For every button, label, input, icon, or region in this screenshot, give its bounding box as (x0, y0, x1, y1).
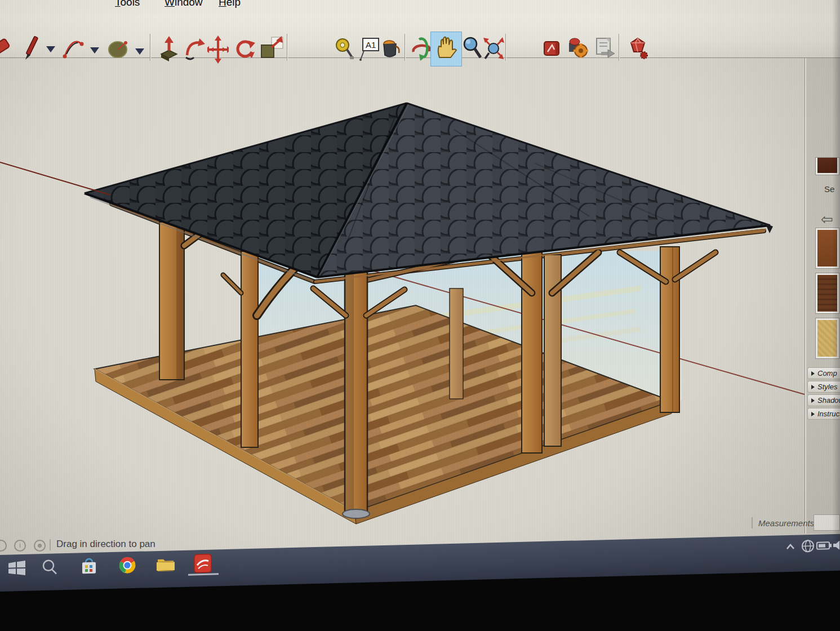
menu-bar: Tools Window Help (0, 0, 840, 15)
info-icon[interactable]: i (14, 540, 26, 552)
toolbar-separator (287, 34, 287, 61)
text-tool-icon[interactable]: A1 (358, 35, 381, 64)
toolbar-separator (405, 34, 405, 61)
avatar-icon[interactable]: ☻ (34, 540, 46, 552)
status-hint: Drag in direction to pan (56, 539, 155, 550)
zoom-tool-icon[interactable] (462, 35, 482, 64)
measurements-input[interactable] (814, 514, 840, 531)
tape-measure-icon[interactable] (334, 35, 354, 64)
active-app-indicator (188, 573, 219, 575)
zoom-extents-icon[interactable] (482, 35, 505, 64)
component-box-icon[interactable] (541, 35, 563, 64)
tray-tab-shadows[interactable]: Shadow (807, 394, 840, 406)
material-swatch-wood[interactable] (816, 228, 839, 268)
tray-tab-styles[interactable]: Styles (807, 381, 840, 393)
export-panel-icon[interactable] (593, 35, 616, 64)
eraser-icon[interactable] (0, 35, 11, 64)
material-swatch-sand[interactable] (816, 318, 839, 358)
back-arrow-icon[interactable]: ⇦ (821, 211, 833, 228)
measurements-separator (752, 517, 753, 528)
tray-tab-label: Styles (817, 383, 837, 391)
move-tool-icon[interactable] (207, 35, 229, 64)
tray-select-header: Se (824, 184, 834, 194)
shapes-tool-icon[interactable] (107, 35, 131, 64)
toolbar-separator (150, 34, 150, 61)
expand-arrow-icon (811, 412, 815, 416)
line-dropdown-icon[interactable] (45, 35, 56, 64)
toolbar-separator (505, 34, 506, 61)
tray-tab-label: Shadow (817, 396, 840, 405)
arc-tool-icon[interactable] (62, 35, 85, 64)
status-separator (50, 539, 51, 550)
shapes-dropdown-icon[interactable] (134, 35, 145, 64)
tray-panel: Se ⇦ Comp Styles Shadow Instruct (805, 57, 840, 534)
network-globe-icon[interactable] (800, 538, 816, 554)
taskbar-search-icon[interactable] (39, 557, 60, 577)
tray-tab-label: Instruct (817, 410, 840, 418)
viewport-3d[interactable] (0, 57, 840, 536)
start-button-icon[interactable] (7, 558, 27, 579)
svg-text:A1: A1 (366, 40, 376, 50)
paint-bucket-icon[interactable] (380, 35, 401, 64)
gem-tool-icon[interactable] (625, 35, 650, 64)
menu-tools[interactable]: Tools (115, 0, 140, 8)
measurements-label: Measurements (758, 518, 814, 528)
followme-tool-icon[interactable] (184, 35, 206, 64)
material-swatch-partial[interactable] (816, 158, 839, 175)
line-tool-icon[interactable] (21, 35, 42, 64)
tray-tab-components[interactable]: Comp (807, 367, 840, 379)
battery-icon[interactable] (816, 539, 833, 553)
orbit-tool-icon[interactable] (411, 35, 433, 64)
material-swatch-dark-wood[interactable] (816, 273, 839, 313)
file-explorer-icon[interactable] (155, 554, 176, 575)
menu-help[interactable]: Help (219, 0, 241, 8)
tray-tab-label: Comp (817, 369, 837, 377)
toolbar-separator (619, 34, 619, 61)
rotate-tool-icon[interactable] (233, 35, 256, 64)
laptop-screen-photo: Tools Window Help (0, 0, 840, 631)
warehouse-gear-icon[interactable] (567, 35, 589, 64)
pushpull-tool-icon[interactable] (158, 35, 180, 64)
menu-window[interactable]: Window (165, 0, 203, 8)
sketchup-taskbar-icon[interactable] (193, 553, 213, 574)
speaker-icon[interactable] (832, 539, 840, 553)
chrome-icon[interactable] (117, 555, 137, 576)
pan-tool-icon[interactable] (434, 35, 459, 64)
tray-tab-instructor[interactable]: Instruct (807, 408, 840, 420)
red-axis-left (0, 162, 110, 195)
expand-arrow-icon (811, 398, 815, 403)
toolbar: A1 (0, 15, 840, 58)
tray-chevron-icon[interactable] (783, 540, 798, 555)
expand-arrow-icon (811, 371, 815, 376)
microsoft-store-icon[interactable] (79, 556, 99, 577)
arc-dropdown-icon[interactable] (89, 35, 100, 64)
scale-tool-icon[interactable] (259, 35, 284, 64)
expand-arrow-icon (811, 385, 815, 389)
